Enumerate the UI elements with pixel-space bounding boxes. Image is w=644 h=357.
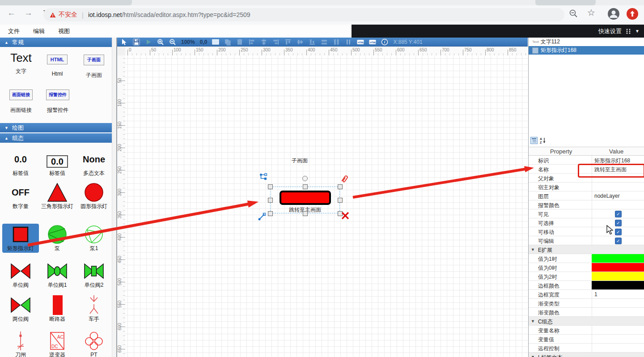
zoom-in-icon[interactable] xyxy=(157,38,164,46)
connector-line-icon[interactable] xyxy=(258,212,266,221)
color-swatch[interactable] xyxy=(592,272,644,280)
palette-item-三角形指示灯[interactable]: 三角形指示灯 xyxy=(39,182,76,211)
zoom-out-icon[interactable] xyxy=(169,38,176,46)
property-row-名称[interactable]: 名称跳转至主画面 xyxy=(529,165,644,174)
palette-item-断路器[interactable]: 断路器 xyxy=(39,294,76,323)
palette-item-多态文本[interactable]: None多态文本 xyxy=(76,149,112,178)
palette-item-泵1[interactable]: 泵1 xyxy=(76,224,112,253)
property-value[interactable]: nodeLayer xyxy=(594,193,620,199)
browser-tab-secondary[interactable] xyxy=(535,0,596,5)
category-collapse-icon[interactable]: ▼ xyxy=(531,319,535,323)
menu-item-3[interactable]: 视图 xyxy=(58,27,70,35)
rect-indicator-element[interactable] xyxy=(280,191,331,205)
sort-az-icon[interactable]: AZ xyxy=(539,137,547,144)
categorized-view-icon[interactable] xyxy=(530,137,538,144)
quick-settings-button[interactable]: 快速设置 xyxy=(598,27,622,35)
property-row-宿主对象[interactable]: 宿主对象 xyxy=(529,183,644,191)
palette-item-泵[interactable]: 泵 xyxy=(39,224,76,253)
property-checkbox[interactable]: ✓ xyxy=(615,211,622,217)
menu-item-1[interactable]: 文件 xyxy=(8,27,20,35)
resize-handle-w[interactable] xyxy=(268,198,273,203)
palette-item-数字量[interactable]: OFF数字量 xyxy=(2,182,39,211)
bookmark-star-icon[interactable]: ☆ xyxy=(587,7,595,18)
back-icon[interactable]: ← xyxy=(7,8,16,18)
section-header-2[interactable]: ▼绘图 xyxy=(0,123,116,132)
resize-handle-ne[interactable] xyxy=(338,184,343,189)
palette-item-单位阀1[interactable]: 单位阀1 xyxy=(39,260,76,289)
zoom-out-page-icon[interactable] xyxy=(569,9,578,18)
property-value[interactable]: 1 xyxy=(594,291,597,298)
property-row-值为2时[interactable]: 值为2时 xyxy=(529,272,644,281)
palette-item-文字[interactable]: Text文字 xyxy=(5,51,37,75)
palette-item-Html[interactable]: HTMLHtml xyxy=(44,51,71,77)
property-row-变量名称[interactable]: 变量名称 xyxy=(529,326,644,335)
property-value[interactable]: 跳转至主画面 xyxy=(594,166,627,174)
palette-item-PT[interactable]: PT xyxy=(76,330,112,357)
tree-item-矩形指示灯168[interactable]: 矩形指示灯168 xyxy=(529,46,644,55)
palette-item-报警控件[interactable]: 报警控件报警控件 xyxy=(42,86,73,114)
property-row-变量值[interactable]: 变量值 xyxy=(529,335,644,344)
palette-item-矩形指示灯[interactable]: 矩形指示灯 xyxy=(2,224,39,253)
delete-x-icon[interactable] xyxy=(341,212,349,220)
category-collapse-icon[interactable]: ▼ xyxy=(531,247,535,252)
html-icon[interactable]: HTML xyxy=(369,38,376,46)
property-category-L标签文本[interactable]: ▼L标签文本 xyxy=(529,353,644,357)
property-row-图层[interactable]: 图层nodeLayer xyxy=(529,191,644,200)
browser-update-icon[interactable] xyxy=(626,8,639,20)
resize-handle-sw[interactable] xyxy=(268,211,273,216)
section-header-3[interactable]: ▲组态 xyxy=(0,133,116,143)
palette-item-子画面[interactable]: 子画面子画面 xyxy=(80,51,107,79)
property-row-可选择[interactable]: 可选择✓ xyxy=(529,218,644,227)
resize-handle-e[interactable] xyxy=(338,198,343,203)
palette-item-两位阀[interactable]: 两位阀 xyxy=(2,294,39,323)
section-header-1[interactable]: ▲常规 xyxy=(0,38,116,47)
property-row-可编辑[interactable]: 可编辑✓ xyxy=(529,236,644,245)
property-value[interactable]: 矩形指示灯168 xyxy=(594,157,630,165)
property-row-边框颜色[interactable]: 边框颜色 xyxy=(529,281,644,290)
palette-item-逆变器[interactable]: ACDC逆变器 xyxy=(39,330,76,357)
property-row-值为0时[interactable]: 值为0时 xyxy=(529,263,644,272)
property-row-渐变类型[interactable]: 渐变类型 xyxy=(529,299,644,308)
info-icon[interactable]: i xyxy=(381,38,388,46)
color-swatch[interactable] xyxy=(592,263,644,272)
property-row-可见[interactable]: 可见✓ xyxy=(529,209,644,218)
color-swatch[interactable] xyxy=(592,254,644,263)
palette-item-刀闸[interactable]: 刀闸 xyxy=(2,330,39,357)
property-checkbox[interactable]: ✓ xyxy=(615,229,622,235)
palette-item-单位阀[interactable]: 单位阀 xyxy=(2,260,39,289)
menu-item-2[interactable]: 编辑 xyxy=(33,27,45,35)
category-collapse-icon[interactable]: ▼ xyxy=(531,355,535,357)
property-category-E扩展[interactable]: ▼E扩展 xyxy=(529,245,644,254)
design-canvas[interactable]: 子画面 跳转至主画面 xyxy=(125,55,528,357)
palette-item-标签值[interactable]: 0.0标签值 xyxy=(2,149,39,178)
palette-item-圆形指示灯[interactable]: 圆形指示灯 xyxy=(76,182,112,211)
property-row-父对象[interactable]: 父对象 xyxy=(529,174,644,183)
property-row-边框宽度[interactable]: 边框宽度1 xyxy=(529,290,644,299)
property-row-标识[interactable]: 标识矩形指示灯168 xyxy=(529,156,644,165)
cursor-icon[interactable] xyxy=(121,38,128,46)
attachment-paperclip-icon[interactable] xyxy=(341,174,349,184)
property-row-渐变颜色[interactable]: 渐变颜色 xyxy=(529,308,644,317)
property-row-远程控制[interactable]: 远程控制 xyxy=(529,344,644,353)
property-row-报警颜色[interactable]: 报警颜色 xyxy=(529,200,644,209)
resize-handle-s[interactable] xyxy=(303,211,308,216)
property-row-值为1时[interactable]: 值为1时 xyxy=(529,254,644,263)
resize-handle-n[interactable] xyxy=(303,184,308,189)
palette-item-车手[interactable]: 车手 xyxy=(76,294,112,323)
palette-item-画面链接[interactable]: 画面链接画面链接 xyxy=(5,86,37,114)
property-checkbox[interactable]: ✓ xyxy=(615,238,622,244)
property-category-C组态[interactable]: ▼C组态 xyxy=(529,317,644,326)
palette-item-单位阀2[interactable]: 单位阀2 xyxy=(76,260,112,289)
address-bar[interactable]: 不安全 | iot.idosp.net/html/scada/editor.as… xyxy=(43,8,564,21)
palette-item-标签值[interactable]: 0.0标签值 xyxy=(39,149,76,178)
html-icon[interactable]: HTML xyxy=(357,38,364,46)
panel-collapse-icon[interactable] xyxy=(625,28,631,34)
screen-icon[interactable] xyxy=(212,38,219,46)
quick-settings-dropdown-icon[interactable]: ▼ xyxy=(635,29,640,34)
profile-avatar[interactable] xyxy=(607,8,620,20)
property-checkbox[interactable]: ✓ xyxy=(615,220,622,226)
rotate-handle[interactable] xyxy=(302,176,308,181)
browser-tab[interactable] xyxy=(0,0,132,5)
save-icon[interactable] xyxy=(133,38,140,46)
property-row-可移动[interactable]: 可移动✓ xyxy=(529,227,644,236)
